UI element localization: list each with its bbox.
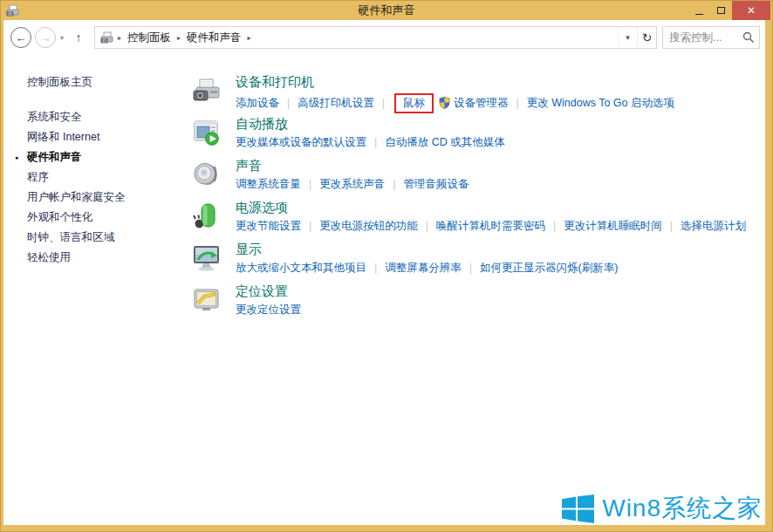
- breadcrumb-separator-icon: ▸: [175, 34, 182, 42]
- section-title-display[interactable]: 显示: [236, 242, 262, 258]
- sidebar-item[interactable]: 系统和安全: [27, 107, 181, 127]
- section-location-settings: 定位设置更改定位设置: [192, 283, 765, 325]
- nav-bar: ← → ▾ ↑ ▸控制面板▸硬件和声音▸ ▾ ↻: [3, 20, 765, 55]
- section-title-devices-and-printers[interactable]: 设备和打印机: [236, 74, 314, 91]
- address-dropdown-icon[interactable]: ▾: [618, 27, 637, 48]
- section-title-power-options[interactable]: 电源选项: [236, 200, 288, 216]
- task-link-display-0[interactable]: 放大或缩小文本和其他项目: [236, 262, 366, 274]
- forward-button[interactable]: →: [35, 27, 56, 48]
- task-link-power-options-4[interactable]: 选择电源计划: [681, 220, 746, 232]
- link-separator: |: [553, 220, 556, 232]
- link-separator: |: [382, 97, 385, 109]
- control-panel-window: 硬件和声音 ✕ ← → ▾ ↑ ▸控制面板▸硬件和声音▸ ▾ ↻: [0, 0, 773, 532]
- minimize-button[interactable]: [688, 1, 710, 20]
- search-box: [662, 26, 760, 49]
- breadcrumb-item[interactable]: 控制面板: [123, 31, 175, 45]
- task-link-devices-and-printers-0[interactable]: 添加设备: [236, 97, 279, 109]
- sidebar-item[interactable]: 轻松使用: [27, 248, 181, 268]
- link-separator: |: [670, 220, 673, 232]
- section-sound: 声音调整系统音量|更改系统声音|管理音频设备: [192, 158, 765, 200]
- window-title: 硬件和声音: [1, 3, 772, 18]
- sidebar-item[interactable]: 时钟、语言和区域: [27, 228, 181, 248]
- task-link-devices-and-printers-3[interactable]: 设备管理器: [439, 97, 509, 109]
- section-display: 显示放大或缩小文本和其他项目|调整屏幕分辨率|如何更正显示器闪烁(刷新率): [192, 242, 765, 283]
- link-separator: |: [287, 97, 290, 109]
- sidebar-item[interactable]: 用户帐户和家庭安全: [27, 188, 181, 208]
- breadcrumb-item[interactable]: 硬件和声音: [182, 31, 246, 45]
- task-link-sound-2[interactable]: 管理音频设备: [404, 178, 469, 190]
- task-link-power-options-0[interactable]: 更改节能设置: [236, 220, 301, 232]
- task-link-devices-and-printers-4[interactable]: 更改 Windows To Go 启动选项: [527, 97, 674, 109]
- section-title-sound[interactable]: 声音: [236, 158, 262, 174]
- window-printer-icon: [6, 3, 20, 17]
- windows-logo-icon: [562, 494, 594, 523]
- section-title-autoplay[interactable]: 自动播放: [236, 116, 288, 133]
- link-separator: |: [516, 97, 519, 109]
- task-link-display-1[interactable]: 调整屏幕分辨率: [385, 262, 462, 274]
- sidebar-item[interactable]: 网络和 Internet: [27, 127, 181, 147]
- battery-icon: [192, 201, 222, 231]
- refresh-icon[interactable]: ↻: [637, 27, 656, 48]
- task-link-sound-0[interactable]: 调整系统音量: [236, 178, 301, 190]
- breadcrumb-separator-icon: ▸: [246, 34, 253, 42]
- up-button[interactable]: ↑: [68, 31, 89, 44]
- sidebar-category-list: 系统和安全网络和 Internet●硬件和声音程序用户帐户和家庭安全外观和个性化…: [27, 107, 181, 268]
- control-panel-icon: [100, 31, 114, 44]
- task-link-power-options-3[interactable]: 更改计算机睡眠时间: [564, 220, 662, 232]
- sidebar-item-home[interactable]: 控制面板主页: [27, 76, 92, 88]
- task-link-location-settings-0[interactable]: 更改定位设置: [236, 304, 301, 316]
- task-link-autoplay-1[interactable]: 自动播放 CD 或其他媒体: [385, 136, 505, 148]
- task-link-devices-and-printers-2[interactable]: 鼠标: [394, 93, 434, 113]
- link-separator: |: [374, 136, 377, 148]
- sidebar-item[interactable]: 程序: [27, 167, 181, 188]
- search-icon[interactable]: [742, 31, 755, 44]
- task-link-devices-and-printers-1[interactable]: 高级打印机设置: [298, 97, 374, 109]
- section-autoplay: 自动播放更改媒体或设备的默认设置|自动播放 CD 或其他媒体: [192, 116, 765, 158]
- close-button[interactable]: ✕: [732, 1, 770, 20]
- sidebar-item[interactable]: ●硬件和声音: [27, 147, 181, 167]
- search-input[interactable]: [669, 31, 741, 44]
- link-separator: |: [393, 178, 395, 190]
- recent-pages-dropdown-icon[interactable]: ▾: [56, 34, 68, 42]
- sidebar: 控制面板主页 系统和安全网络和 Internet●硬件和声音程序用户帐户和家庭安…: [3, 55, 181, 525]
- autoplay-icon: [192, 118, 222, 147]
- watermark: Win8系统之家: [562, 492, 763, 525]
- back-button[interactable]: ←: [10, 27, 31, 48]
- sidebar-item[interactable]: 外观和个性化: [27, 208, 181, 228]
- maximize-button[interactable]: [710, 1, 732, 20]
- section-power-options: 电源选项更改节能设置|更改电源按钮的功能|唤醒计算机时需要密码|更改计算机睡眠时…: [192, 200, 765, 242]
- task-link-sound-1[interactable]: 更改系统声音: [319, 178, 385, 190]
- task-link-power-options-2[interactable]: 唤醒计算机时需要密码: [436, 220, 545, 232]
- content-area: 控制面板主页 系统和安全网络和 Internet●硬件和声音程序用户帐户和家庭安…: [3, 55, 765, 525]
- breadcrumb: ▸控制面板▸硬件和声音▸: [99, 31, 253, 45]
- title-bar: 硬件和声音 ✕: [1, 1, 772, 20]
- breadcrumb-separator-icon: ▸: [116, 34, 123, 42]
- task-link-autoplay-0[interactable]: 更改媒体或设备的默认设置: [236, 136, 366, 148]
- address-bar[interactable]: ▸控制面板▸硬件和声音▸ ▾ ↻: [94, 26, 657, 49]
- link-separator: |: [374, 262, 377, 274]
- link-separator: |: [309, 178, 311, 190]
- task-link-power-options-1[interactable]: 更改电源按钮的功能: [319, 220, 418, 232]
- task-link-display-2[interactable]: 如何更正显示器闪烁(刷新率): [480, 262, 618, 274]
- monitor-icon: [192, 243, 222, 273]
- watermark-text: Win8系统之家: [602, 492, 763, 525]
- speaker-icon: [192, 160, 222, 189]
- link-separator: |: [469, 262, 472, 274]
- window-controls: ✕: [688, 1, 770, 20]
- devices-printers-icon: [192, 76, 222, 106]
- section-title-location-settings[interactable]: 定位设置: [236, 283, 288, 300]
- section-devices-and-printers: 设备和打印机添加设备|高级打印机设置|鼠标设备管理器|更改 Windows To…: [192, 74, 765, 116]
- link-separator: |: [309, 220, 311, 232]
- window-client-area: ← → ▾ ↑ ▸控制面板▸硬件和声音▸ ▾ ↻ 控制面板主页 系统和安全网络和…: [3, 20, 765, 525]
- main-content: 设备和打印机添加设备|高级打印机设置|鼠标设备管理器|更改 Windows To…: [181, 55, 765, 525]
- location-icon: [192, 285, 222, 315]
- link-separator: |: [426, 220, 428, 232]
- uac-shield-icon: [439, 96, 450, 109]
- active-bullet-icon: ●: [15, 147, 18, 167]
